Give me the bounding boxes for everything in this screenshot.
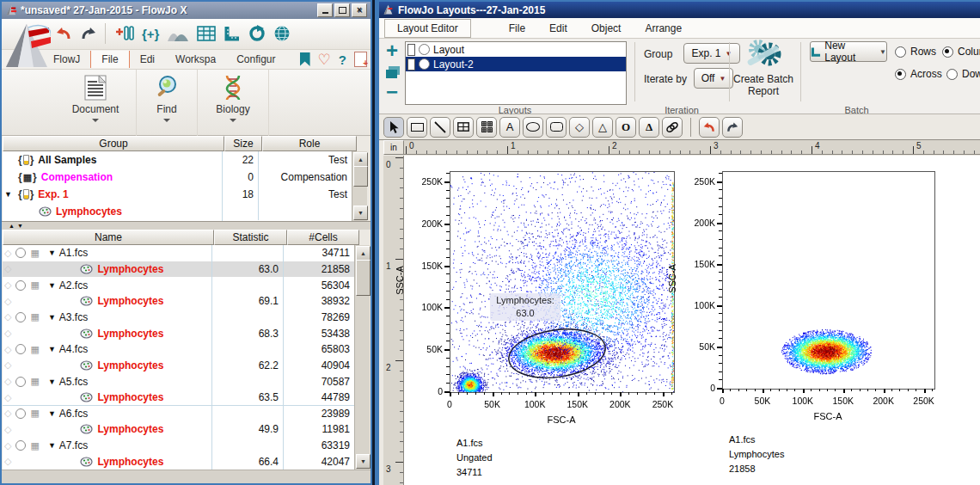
delta-tool[interactable]: Δ	[639, 117, 659, 138]
sample-table-row[interactable]: ◇Lymphocytes66.442047	[3, 453, 354, 470]
link-tool[interactable]	[662, 117, 683, 138]
letter-o-tool[interactable]: O	[616, 117, 636, 138]
menu-object[interactable]: Object	[579, 20, 634, 37]
tab-file[interactable]: File	[90, 51, 129, 68]
down-radio[interactable]: Down	[946, 68, 980, 80]
sample-table-row[interactable]: ◇▦▼A6.fcs23989	[3, 406, 354, 423]
circle-icon[interactable]	[15, 280, 26, 291]
sample-table-row[interactable]: ◇Lymphocytes63.544789	[3, 390, 354, 407]
close-button[interactable]: ×	[352, 3, 367, 17]
undo-icon[interactable]	[55, 26, 72, 41]
redo-icon[interactable]	[80, 26, 97, 41]
rounded-rect-tool[interactable]	[546, 117, 567, 138]
diamond-icon[interactable]: ◇	[4, 408, 11, 419]
column-header-name[interactable]: Name	[3, 230, 214, 245]
diamond-icon[interactable]: ◇	[4, 344, 11, 355]
scroll-thumb[interactable]	[356, 260, 371, 296]
circle-icon[interactable]	[15, 440, 26, 451]
group-table-row[interactable]: {}All Samples22Test	[3, 151, 352, 169]
sample-table-row[interactable]: ◇▦▼A5.fcs70587	[3, 373, 354, 390]
bookmark-icon[interactable]	[300, 52, 310, 66]
column-header-role[interactable]: Role	[262, 136, 357, 151]
column-header-statistic[interactable]: Statistic	[214, 230, 287, 245]
tab-edit[interactable]: Edi	[130, 51, 165, 68]
circle-icon[interactable]	[15, 248, 26, 258]
diamond-icon[interactable]: ◇	[4, 263, 11, 274]
diamond-icon[interactable]: ◇	[4, 296, 11, 307]
circle-icon[interactable]	[15, 312, 26, 322]
graph-object[interactable]	[450, 171, 675, 393]
remove-layout-button[interactable]: −	[386, 82, 398, 102]
diamond-icon[interactable]: ◇	[4, 424, 11, 435]
add-layout-button[interactable]: +	[386, 40, 398, 61]
diamond-icon[interactable]: ◇	[4, 248, 11, 259]
create-batch-report-button[interactable]: Create Batch Report	[730, 39, 797, 113]
sample-table-row[interactable]: ◇Lymphocytes63.021858	[3, 261, 354, 279]
table-splitter[interactable]: ▲▼	[2, 221, 371, 230]
sample-table-row[interactable]: ◇Lymphocytes68.353438	[3, 325, 354, 342]
diamond-tool[interactable]: ◇	[569, 117, 590, 138]
grid-tool[interactable]	[476, 117, 497, 138]
maximize-button[interactable]	[334, 3, 350, 17]
line-tool[interactable]	[430, 117, 450, 138]
triangle-tool[interactable]: △	[592, 117, 613, 138]
sample-table-row[interactable]: ◇▦▼A2.fcs56304	[3, 277, 354, 294]
diamond-icon[interactable]: ◇	[4, 456, 11, 467]
graph-object[interactable]	[722, 171, 935, 390]
expander-icon[interactable]: ▼	[48, 249, 56, 257]
layout-editor-icon[interactable]	[224, 25, 241, 42]
diamond-icon[interactable]: ◇	[4, 392, 11, 403]
circle-arrow-icon[interactable]	[248, 25, 266, 42]
circle-icon[interactable]	[15, 377, 26, 387]
table-tool[interactable]	[453, 117, 474, 138]
layout-list-item[interactable]: Layout	[406, 42, 626, 57]
scroll-up-icon[interactable]: ▲	[353, 152, 368, 167]
new-layout-button[interactable]: New Layout ▼	[810, 41, 887, 62]
expander-icon[interactable]: ▼	[48, 313, 56, 322]
scroll-thumb[interactable]	[353, 166, 368, 187]
expander-icon[interactable]: ▼	[48, 409, 56, 418]
gate-annotation[interactable]: Lymphocytes:63.0	[490, 293, 560, 321]
expander-icon[interactable]: ▼	[48, 345, 56, 353]
diamond-icon[interactable]: ◇	[4, 359, 11, 371]
diamond-icon[interactable]: ◇	[4, 376, 11, 387]
find-button[interactable]: Find	[137, 70, 198, 140]
layout-list[interactable]: LayoutLayout-2	[405, 41, 627, 105]
sample-table-row[interactable]: ◇Lymphocytes62.240904	[3, 358, 354, 375]
column-header-group[interactable]: Group	[3, 136, 224, 151]
columns-radio[interactable]: Columns	[942, 46, 980, 58]
sample-table-row[interactable]: ◇▦▼A4.fcs65803	[3, 341, 354, 359]
diamond-icon[interactable]: ◇	[4, 440, 11, 451]
layout-redo-button[interactable]	[722, 117, 743, 138]
sample-table-row[interactable]: ◇Lymphocytes69.138932	[3, 293, 354, 310]
add-group-icon[interactable]: {+}	[142, 27, 159, 41]
diamond-icon[interactable]: ◇	[4, 311, 11, 322]
heart-icon[interactable]: ♡	[318, 52, 331, 67]
layout-list-item[interactable]: Layout-2	[406, 57, 626, 71]
sample-table-scrollbar[interactable]: ▲ ▼	[354, 245, 370, 470]
menu-edit[interactable]: Edit	[537, 20, 579, 37]
duplicate-layout-button[interactable]	[386, 66, 401, 78]
rows-radio[interactable]: Rows	[895, 46, 936, 58]
pointer-tool[interactable]	[383, 117, 404, 138]
rectangle-tool[interactable]	[407, 117, 427, 138]
biology-button[interactable]: Biology	[198, 70, 269, 140]
circle-icon[interactable]	[15, 344, 26, 354]
ellipse-tool[interactable]	[523, 117, 543, 138]
grid-icon[interactable]: ▦	[30, 376, 39, 387]
menu-arrange[interactable]: Arrange	[633, 20, 694, 37]
grid-icon[interactable]: ▦	[30, 311, 39, 322]
diamond-icon[interactable]: ◇	[4, 328, 11, 339]
group-table-row[interactable]: {▦}Compensation0Compensation	[3, 169, 352, 187]
expander-icon[interactable]: ▼	[48, 378, 56, 386]
grid-icon[interactable]: ▦	[30, 408, 39, 419]
sample-table-row[interactable]: ◇▦▼A1.fcs34711	[3, 245, 354, 262]
globe-icon[interactable]	[273, 25, 291, 42]
grid-icon[interactable]: ▦	[30, 440, 39, 451]
column-header-cells[interactable]: #Cells	[287, 230, 359, 245]
document-button[interactable]: Document	[55, 70, 137, 140]
tab-workspace[interactable]: Workspa	[165, 51, 226, 68]
expander-icon[interactable]: ▼	[48, 281, 56, 290]
diamond-icon[interactable]: ◇	[4, 279, 11, 291]
help-icon[interactable]: ?	[339, 52, 346, 67]
